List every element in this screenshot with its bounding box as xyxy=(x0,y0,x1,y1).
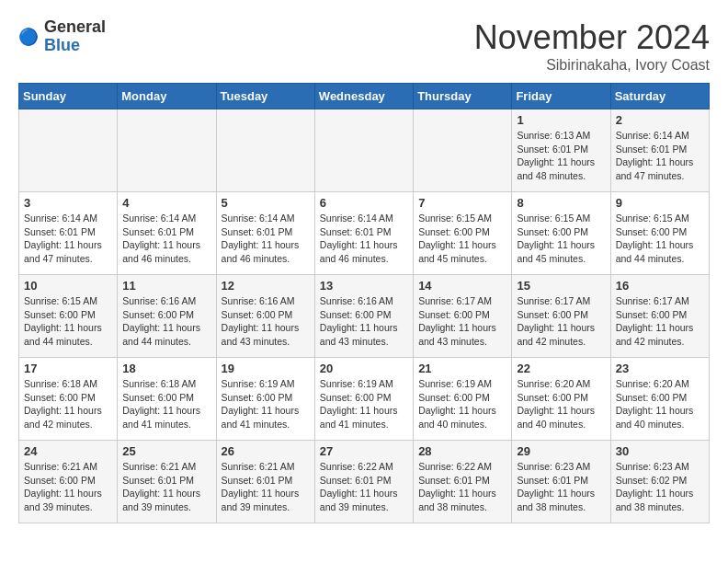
day-number: 27 xyxy=(320,444,408,458)
day-number: 26 xyxy=(222,444,310,458)
day-cell: 29Sunrise: 6:23 AM Sunset: 6:01 PM Dayli… xyxy=(512,441,610,523)
day-info: Sunrise: 6:22 AM Sunset: 6:01 PM Dayligh… xyxy=(418,460,506,514)
day-info: Sunrise: 6:19 AM Sunset: 6:00 PM Dayligh… xyxy=(418,377,506,431)
week-row-5: 24Sunrise: 6:21 AM Sunset: 6:00 PM Dayli… xyxy=(19,441,710,523)
logo-text: General Blue xyxy=(44,18,106,55)
day-number: 11 xyxy=(122,279,210,293)
day-cell: 14Sunrise: 6:17 AM Sunset: 6:00 PM Dayli… xyxy=(414,275,512,358)
day-number: 3 xyxy=(24,196,112,210)
day-info: Sunrise: 6:13 AM Sunset: 6:01 PM Dayligh… xyxy=(517,129,605,183)
day-cell: 20Sunrise: 6:19 AM Sunset: 6:00 PM Dayli… xyxy=(314,358,413,441)
col-header-sunday: Sunday xyxy=(19,84,118,109)
day-cell: 27Sunrise: 6:22 AM Sunset: 6:01 PM Dayli… xyxy=(314,441,413,523)
day-cell xyxy=(314,109,413,192)
svg-text:🔵: 🔵 xyxy=(18,26,39,46)
day-cell: 5Sunrise: 6:14 AM Sunset: 6:01 PM Daylig… xyxy=(216,192,314,275)
day-cell: 2Sunrise: 6:14 AM Sunset: 6:01 PM Daylig… xyxy=(610,109,709,192)
day-number: 12 xyxy=(222,279,310,293)
day-number: 18 xyxy=(122,362,210,375)
day-info: Sunrise: 6:21 AM Sunset: 6:01 PM Dayligh… xyxy=(222,460,310,514)
week-row-1: 1Sunrise: 6:13 AM Sunset: 6:01 PM Daylig… xyxy=(19,109,710,192)
day-info: Sunrise: 6:17 AM Sunset: 6:00 PM Dayligh… xyxy=(616,294,704,349)
logo-icon: 🔵 xyxy=(18,26,40,48)
day-cell: 6Sunrise: 6:14 AM Sunset: 6:01 PM Daylig… xyxy=(314,192,413,275)
col-header-saturday: Saturday xyxy=(610,84,709,109)
day-cell: 17Sunrise: 6:18 AM Sunset: 6:00 PM Dayli… xyxy=(19,358,118,441)
col-header-friday: Friday xyxy=(512,84,610,109)
day-cell: 9Sunrise: 6:15 AM Sunset: 6:00 PM Daylig… xyxy=(610,192,709,275)
day-info: Sunrise: 6:18 AM Sunset: 6:00 PM Dayligh… xyxy=(24,377,112,431)
day-info: Sunrise: 6:15 AM Sunset: 6:00 PM Dayligh… xyxy=(418,212,506,266)
day-info: Sunrise: 6:14 AM Sunset: 6:01 PM Dayligh… xyxy=(122,212,210,266)
day-number: 14 xyxy=(418,279,506,293)
logo-general: General xyxy=(44,18,106,37)
day-cell: 22Sunrise: 6:20 AM Sunset: 6:00 PM Dayli… xyxy=(512,358,610,441)
day-info: Sunrise: 6:21 AM Sunset: 6:00 PM Dayligh… xyxy=(24,460,112,514)
day-number: 10 xyxy=(24,279,112,293)
day-number: 22 xyxy=(517,362,605,375)
day-number: 20 xyxy=(320,362,408,375)
title-section: November 2024 Sibirinakaha, Ivory Coast xyxy=(474,18,710,74)
logo-blue: Blue xyxy=(44,37,106,55)
day-info: Sunrise: 6:20 AM Sunset: 6:00 PM Dayligh… xyxy=(616,377,704,431)
page-header: 🔵 General Blue November 2024 Sibirinakah… xyxy=(18,18,710,74)
day-cell: 8Sunrise: 6:15 AM Sunset: 6:00 PM Daylig… xyxy=(512,192,610,275)
day-number: 5 xyxy=(222,196,310,210)
day-cell: 16Sunrise: 6:17 AM Sunset: 6:00 PM Dayli… xyxy=(610,275,709,358)
day-cell: 21Sunrise: 6:19 AM Sunset: 6:00 PM Dayli… xyxy=(414,358,512,441)
day-number: 2 xyxy=(616,113,704,127)
calendar-table: SundayMondayTuesdayWednesdayThursdayFrid… xyxy=(18,83,710,523)
day-number: 25 xyxy=(122,444,210,458)
day-number: 16 xyxy=(616,279,704,293)
day-number: 1 xyxy=(517,113,605,127)
logo: 🔵 General Blue xyxy=(18,18,106,55)
day-cell: 24Sunrise: 6:21 AM Sunset: 6:00 PM Dayli… xyxy=(19,441,118,523)
day-cell: 10Sunrise: 6:15 AM Sunset: 6:00 PM Dayli… xyxy=(19,275,118,358)
day-info: Sunrise: 6:18 AM Sunset: 6:00 PM Dayligh… xyxy=(122,377,210,431)
day-cell: 19Sunrise: 6:19 AM Sunset: 6:00 PM Dayli… xyxy=(216,358,314,441)
day-cell: 25Sunrise: 6:21 AM Sunset: 6:01 PM Dayli… xyxy=(118,441,216,523)
day-cell: 23Sunrise: 6:20 AM Sunset: 6:00 PM Dayli… xyxy=(610,358,709,441)
day-cell: 18Sunrise: 6:18 AM Sunset: 6:00 PM Dayli… xyxy=(118,358,216,441)
day-cell xyxy=(414,109,512,192)
day-info: Sunrise: 6:16 AM Sunset: 6:00 PM Dayligh… xyxy=(122,294,210,349)
day-number: 4 xyxy=(122,196,210,210)
day-info: Sunrise: 6:14 AM Sunset: 6:01 PM Dayligh… xyxy=(320,212,408,266)
calendar-body: 1Sunrise: 6:13 AM Sunset: 6:01 PM Daylig… xyxy=(19,109,710,523)
day-info: Sunrise: 6:14 AM Sunset: 6:01 PM Dayligh… xyxy=(222,212,310,266)
col-header-wednesday: Wednesday xyxy=(314,84,413,109)
day-info: Sunrise: 6:21 AM Sunset: 6:01 PM Dayligh… xyxy=(122,460,210,514)
day-number: 6 xyxy=(320,196,408,210)
day-cell: 13Sunrise: 6:16 AM Sunset: 6:00 PM Dayli… xyxy=(314,275,413,358)
week-row-3: 10Sunrise: 6:15 AM Sunset: 6:00 PM Dayli… xyxy=(19,275,710,358)
day-cell: 4Sunrise: 6:14 AM Sunset: 6:01 PM Daylig… xyxy=(118,192,216,275)
day-number: 24 xyxy=(24,444,112,458)
col-header-tuesday: Tuesday xyxy=(216,84,314,109)
location: Sibirinakaha, Ivory Coast xyxy=(474,57,710,74)
day-info: Sunrise: 6:17 AM Sunset: 6:00 PM Dayligh… xyxy=(517,294,605,349)
day-number: 17 xyxy=(24,362,112,375)
day-info: Sunrise: 6:15 AM Sunset: 6:00 PM Dayligh… xyxy=(517,212,605,266)
day-info: Sunrise: 6:23 AM Sunset: 6:02 PM Dayligh… xyxy=(616,460,704,514)
col-header-thursday: Thursday xyxy=(414,84,512,109)
day-number: 15 xyxy=(517,279,605,293)
col-header-monday: Monday xyxy=(118,84,216,109)
calendar-header: SundayMondayTuesdayWednesdayThursdayFrid… xyxy=(19,84,710,109)
day-cell xyxy=(216,109,314,192)
day-number: 7 xyxy=(418,196,506,210)
day-cell: 28Sunrise: 6:22 AM Sunset: 6:01 PM Dayli… xyxy=(414,441,512,523)
day-number: 21 xyxy=(418,362,506,375)
day-info: Sunrise: 6:19 AM Sunset: 6:00 PM Dayligh… xyxy=(320,377,408,431)
day-cell: 11Sunrise: 6:16 AM Sunset: 6:00 PM Dayli… xyxy=(118,275,216,358)
month-title: November 2024 xyxy=(474,18,710,57)
day-number: 28 xyxy=(418,444,506,458)
day-number: 29 xyxy=(517,444,605,458)
day-cell: 3Sunrise: 6:14 AM Sunset: 6:01 PM Daylig… xyxy=(19,192,118,275)
day-number: 9 xyxy=(616,196,704,210)
day-info: Sunrise: 6:16 AM Sunset: 6:00 PM Dayligh… xyxy=(222,294,310,349)
day-number: 19 xyxy=(222,362,310,375)
day-number: 30 xyxy=(616,444,704,458)
day-info: Sunrise: 6:19 AM Sunset: 6:00 PM Dayligh… xyxy=(222,377,310,431)
day-cell: 15Sunrise: 6:17 AM Sunset: 6:00 PM Dayli… xyxy=(512,275,610,358)
day-info: Sunrise: 6:17 AM Sunset: 6:00 PM Dayligh… xyxy=(418,294,506,349)
